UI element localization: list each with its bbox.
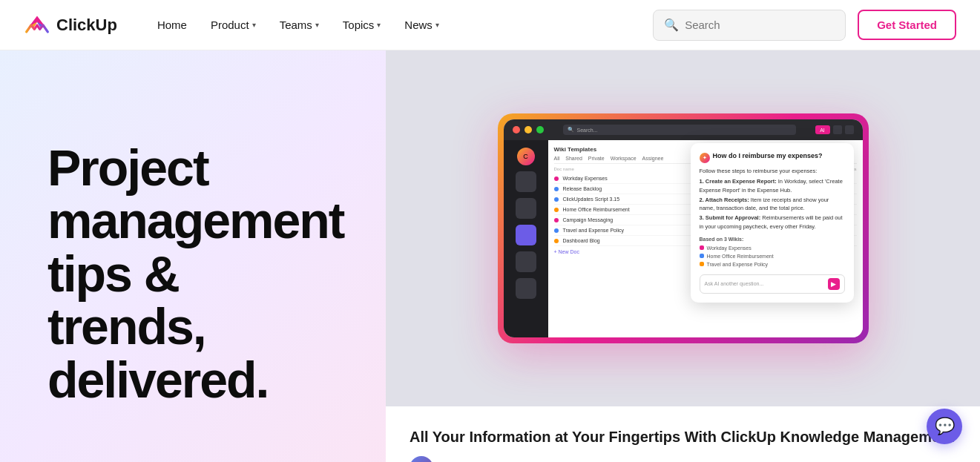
row-label: Workday Expenses	[563, 176, 608, 181]
ai-step-2: 2. Attach Receipts: Item ize receipts an…	[700, 196, 845, 213]
window-maximize-dot	[536, 126, 544, 133]
nav-news[interactable]: News ▾	[394, 13, 450, 37]
hero-left: Project management tips & trends, delive…	[0, 50, 386, 462]
row-dot	[554, 197, 559, 202]
article-title: All Your Information at Your Fingertips …	[410, 427, 956, 447]
ai-input-placeholder: Ask AI another question...	[705, 281, 825, 286]
source-dot-3	[700, 262, 704, 266]
logo-text: ClickUp	[56, 16, 117, 35]
mockup-body: C Wiki Templates All Shar	[504, 140, 863, 337]
hero-headline: Project management tips & trends, delive…	[47, 142, 343, 406]
source-item-3: Travel and Expense Policy	[700, 260, 845, 268]
nav-teams[interactable]: Teams ▾	[269, 13, 329, 37]
nav-links: Home Product ▾ Teams ▾ Topics ▾ News ▾	[147, 13, 653, 37]
mockup-logo-dot: C	[517, 148, 535, 165]
hero-image-area: 🔍 Search... AI C	[386, 50, 980, 406]
mockup-search-icon: 🔍	[568, 127, 574, 133]
row-dot	[554, 239, 559, 243]
search-bar: 🔍	[653, 10, 846, 41]
hero-right: 🔍 Search... AI C	[386, 50, 980, 462]
product-chevron-icon: ▾	[252, 21, 256, 29]
ai-send-button[interactable]: ▶	[828, 278, 840, 290]
mockup-ai-badge: AI	[815, 125, 830, 134]
row-dot	[554, 228, 559, 233]
get-started-button[interactable]: Get Started	[858, 10, 956, 40]
row-dot	[554, 208, 559, 212]
window-minimize-dot	[524, 126, 532, 133]
sidebar-icon-4	[516, 251, 536, 272]
source-dot-2	[700, 254, 704, 258]
sidebar-icon-5	[516, 278, 536, 299]
clickup-logo-icon	[24, 12, 50, 39]
row-label: Campaign Messaging	[563, 217, 614, 222]
tab-workspace: Workspace	[611, 156, 637, 161]
news-chevron-icon: ▾	[435, 21, 439, 29]
ai-question: How do I reimburse my expenses?	[713, 152, 823, 159]
ai-panel: ✦ How do I reimburse my expenses? Follow…	[691, 143, 854, 303]
tab-private: Private	[588, 156, 605, 161]
tab-assignee: Assignee	[642, 156, 664, 161]
chat-icon: 💬	[935, 417, 955, 436]
app-mockup-inner: 🔍 Search... AI C	[504, 119, 863, 337]
tab-shared: Shared	[565, 156, 582, 161]
source-item-1: Workday Expenses	[700, 244, 845, 252]
nav-product[interactable]: Product ▾	[200, 13, 266, 37]
mockup-search-text: Search...	[577, 128, 598, 133]
author-avatar	[410, 456, 433, 462]
source-item-2: Home Office Reimbursement	[700, 252, 845, 260]
sidebar-icon-1	[516, 171, 536, 192]
ai-intro: Follow these steps to reimburse your exp…	[700, 167, 845, 231]
search-input[interactable]	[685, 19, 835, 31]
row-dot	[554, 187, 559, 191]
search-icon: 🔍	[664, 18, 679, 32]
col-docname: Doc name	[554, 167, 574, 171]
teams-chevron-icon: ▾	[315, 21, 319, 29]
tab-all: All	[554, 156, 560, 161]
chat-bubble-button[interactable]: 💬	[927, 409, 962, 444]
navbar: ClickUp Home Product ▾ Teams ▾ Topics ▾ …	[0, 0, 980, 50]
ai-step-1: 1. Create an Expense Report: In Workday,…	[700, 177, 845, 194]
row-dot	[554, 176, 559, 181]
row-dot	[554, 218, 559, 222]
hero-section: Project management tips & trends, delive…	[0, 50, 980, 462]
mockup-btn1	[833, 125, 842, 134]
row-label: Release Backlog	[563, 186, 602, 191]
mockup-sidebar: C	[504, 140, 548, 337]
row-label: ClickUpdates Script 3.15	[563, 197, 620, 202]
app-mockup-frame: 🔍 Search... AI C	[498, 113, 869, 343]
mockup-header-bar: 🔍 Search... AI	[504, 119, 863, 140]
mockup-btn2	[845, 125, 854, 134]
window-close-dot	[513, 126, 520, 133]
logo-link[interactable]: ClickUp	[24, 12, 117, 39]
ai-step-3: 3. Submit for Approval: Reimbursements w…	[700, 214, 845, 231]
nav-topics[interactable]: Topics ▾	[332, 13, 392, 37]
sidebar-icon-2	[516, 198, 536, 219]
nav-home[interactable]: Home	[147, 13, 197, 37]
row-label: Travel and Expense Policy	[563, 228, 625, 233]
ai-input-row: Ask AI another question... ▶	[700, 274, 845, 294]
ai-avatar: ✦	[700, 153, 710, 163]
article-card: All Your Information at Your Fingertips …	[386, 406, 980, 462]
article-meta	[410, 456, 956, 462]
ai-sources-section: Based on 3 Wikis: Workday Expenses Home …	[700, 237, 845, 268]
sidebar-icon-3	[516, 225, 536, 245]
row-label: Home Office Reimbursement	[563, 207, 630, 212]
row-label: Dashboard Blog	[563, 238, 600, 243]
topics-chevron-icon: ▾	[377, 21, 381, 29]
source-dot-1	[700, 245, 704, 250]
